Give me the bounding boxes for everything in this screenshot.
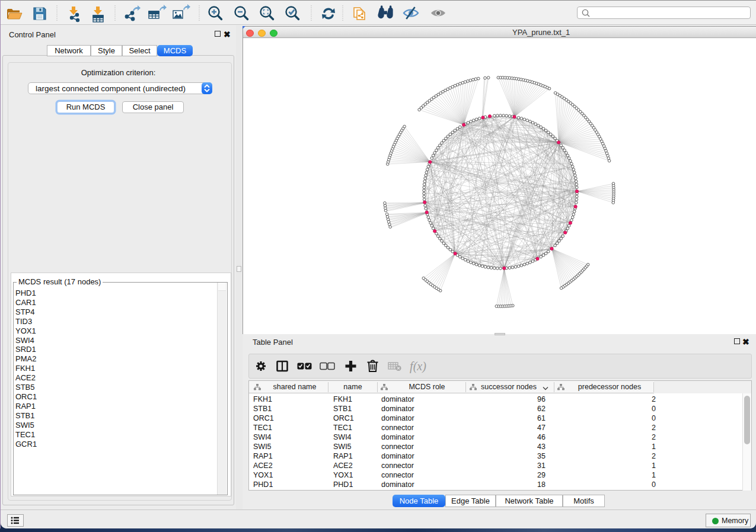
svg-text:f(x): f(x) <box>410 360 426 373</box>
